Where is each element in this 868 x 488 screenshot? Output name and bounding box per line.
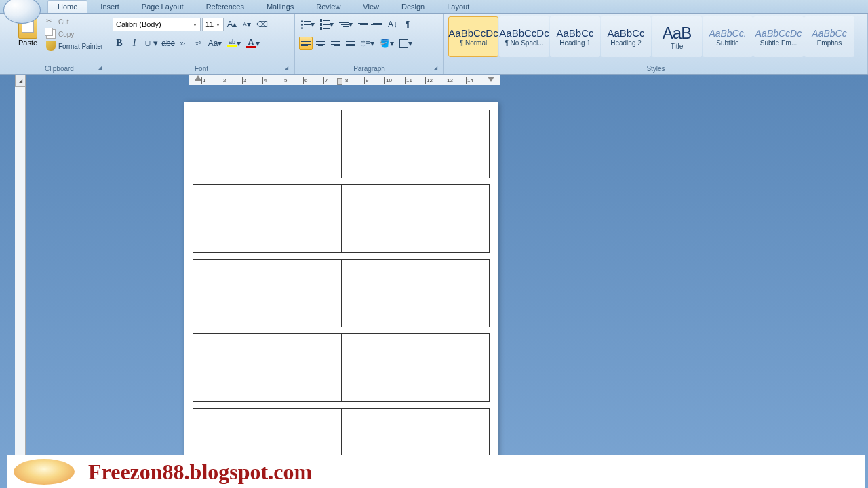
ruler-tick: 8: [344, 77, 348, 84]
tab-layout[interactable]: Layout: [437, 1, 479, 13]
font-size-value: 11: [205, 20, 214, 28]
ruler-tick: 1: [201, 77, 205, 84]
underline-button[interactable]: U ▾: [142, 37, 160, 50]
tab-insert[interactable]: Insert: [91, 1, 129, 13]
table-row[interactable]: [193, 334, 490, 402]
tab-view[interactable]: View: [353, 1, 389, 13]
ruler-tick: 5: [283, 77, 287, 84]
tab-home[interactable]: Home: [47, 0, 87, 13]
style-subtle-em-[interactable]: AaBbCcDcSubtle Em...: [753, 16, 804, 57]
style-label: Heading 2: [610, 39, 642, 47]
brush-icon: [46, 41, 56, 51]
indent-marker-left-icon[interactable]: [195, 75, 201, 81]
ruler-tick: 3: [242, 77, 246, 84]
clipboard-expand-icon[interactable]: ◢: [96, 65, 104, 73]
copy-button[interactable]: Copy: [45, 28, 104, 39]
paragraph-group-label: Paragraph ◢: [298, 64, 441, 74]
change-case-button[interactable]: Aa▾: [206, 37, 224, 50]
ruler-tick: 13: [446, 77, 453, 84]
table-row[interactable]: [193, 185, 490, 253]
shading-button[interactable]: 🪣▾: [378, 37, 395, 50]
align-right-button[interactable]: [329, 37, 342, 50]
cut-button[interactable]: ✂ Cut: [45, 16, 104, 27]
document-page[interactable]: [184, 102, 498, 485]
tab-mailings[interactable]: Mailings: [257, 1, 303, 13]
ribbon: Paste ✂ Cut Copy Format Painter Clipboar…: [0, 14, 868, 75]
table-row[interactable]: [193, 110, 490, 178]
shrink-font-button[interactable]: A▾: [240, 18, 254, 31]
style-label: ¶ No Spaci...: [505, 39, 543, 47]
style-preview: AaBbCcDc: [755, 28, 802, 38]
multilevel-list-button[interactable]: ▾: [337, 18, 355, 31]
align-center-button[interactable]: [314, 37, 328, 50]
show-marks-button[interactable]: ¶: [401, 18, 414, 31]
style-preview: AaBbCc: [556, 28, 593, 38]
format-painter-label: Format Painter: [58, 43, 103, 50]
table-row[interactable]: [193, 260, 490, 327]
tab-page-layout[interactable]: Page Layout: [132, 1, 193, 13]
style-preview: AaB: [663, 25, 691, 41]
font-name-value: Calibri (Body): [116, 20, 161, 28]
styles-group-label: Styles: [447, 64, 865, 74]
paragraph-group: ▾ ▾ ▾ A↓ ¶ ‡≡▾ 🪣▾ ▾: [295, 14, 444, 74]
style-label: ¶ Normal: [460, 39, 487, 47]
line-spacing-button[interactable]: ‡≡▾: [359, 37, 376, 50]
decrease-indent-button[interactable]: [356, 18, 370, 31]
scissors-icon: ✂: [46, 17, 56, 26]
indent-marker-right-icon[interactable]: [488, 77, 494, 82]
document-workspace: ◢ 1234567891011121314 Freezon88.blogspot…: [0, 75, 868, 488]
chevron-down-icon: ▼: [216, 22, 220, 27]
style-title[interactable]: AaBTitle: [652, 16, 702, 57]
format-painter-button[interactable]: Format Painter: [45, 41, 104, 52]
style-heading-1[interactable]: AaBbCcHeading 1: [550, 16, 600, 57]
horizontal-ruler[interactable]: 1234567891011121314: [189, 75, 500, 85]
numbering-icon: [320, 20, 330, 29]
grow-font-button[interactable]: A▴: [225, 18, 239, 31]
font-expand-icon[interactable]: ◢: [282, 65, 290, 73]
style-heading-2[interactable]: AaBbCcHeading 2: [601, 16, 651, 57]
style-subtitle[interactable]: AaBbCc.Subtitle: [703, 16, 753, 57]
strikethrough-button[interactable]: abc: [161, 37, 175, 50]
borders-button[interactable]: ▾: [397, 37, 414, 50]
ruler-tick: 10: [384, 77, 392, 84]
clear-formatting-button[interactable]: ⌫: [255, 18, 269, 31]
style--normal[interactable]: AaBbCcDc¶ Normal: [448, 16, 498, 57]
ruler-tick: 2: [222, 77, 226, 84]
highlight-button[interactable]: ab▾: [225, 37, 243, 50]
font-color-button[interactable]: A▾: [244, 37, 262, 50]
tab-references[interactable]: References: [197, 1, 254, 13]
bullets-button[interactable]: ▾: [299, 18, 317, 31]
cut-label: Cut: [58, 18, 69, 26]
watermark-logo-icon: [14, 459, 75, 485]
increase-indent-button[interactable]: [371, 18, 384, 31]
highlight-swatch-icon: [227, 45, 237, 47]
justify-button[interactable]: [344, 37, 357, 50]
align-left-button[interactable]: [299, 37, 313, 50]
ruler-tick: 6: [303, 77, 307, 84]
align-left-icon: [301, 41, 311, 46]
fontcolor-swatch-icon: [246, 46, 256, 48]
document-table[interactable]: [193, 110, 490, 476]
bold-button[interactable]: B: [113, 37, 126, 50]
ruler-corner[interactable]: ◢: [15, 75, 26, 87]
numbering-button[interactable]: ▾: [318, 18, 336, 31]
bullets-icon: [301, 20, 311, 29]
justify-icon: [346, 41, 355, 46]
style--no-spaci-[interactable]: AaBbCcDc¶ No Spaci...: [499, 16, 549, 57]
subscript-button[interactable]: x₂: [176, 37, 190, 50]
superscript-button[interactable]: x²: [191, 37, 205, 50]
ruler-tick: 7: [323, 77, 328, 84]
tab-marker-icon[interactable]: [337, 78, 342, 85]
sort-button[interactable]: A↓: [386, 18, 399, 31]
style-emphas[interactable]: AaBbCcEmphas: [804, 16, 854, 57]
font-name-select[interactable]: Calibri (Body) ▼: [113, 18, 201, 31]
font-group-label: Font ◢: [111, 64, 292, 74]
style-preview: AaBbCcDc: [499, 28, 549, 38]
paragraph-expand-icon[interactable]: ◢: [431, 65, 439, 73]
vertical-ruler[interactable]: [15, 87, 26, 488]
tab-review[interactable]: Review: [307, 1, 350, 13]
italic-button[interactable]: I: [127, 37, 141, 50]
font-size-select[interactable]: 11 ▼: [202, 18, 224, 31]
tab-design[interactable]: Design: [392, 1, 434, 13]
style-label: Emphas: [817, 39, 842, 47]
